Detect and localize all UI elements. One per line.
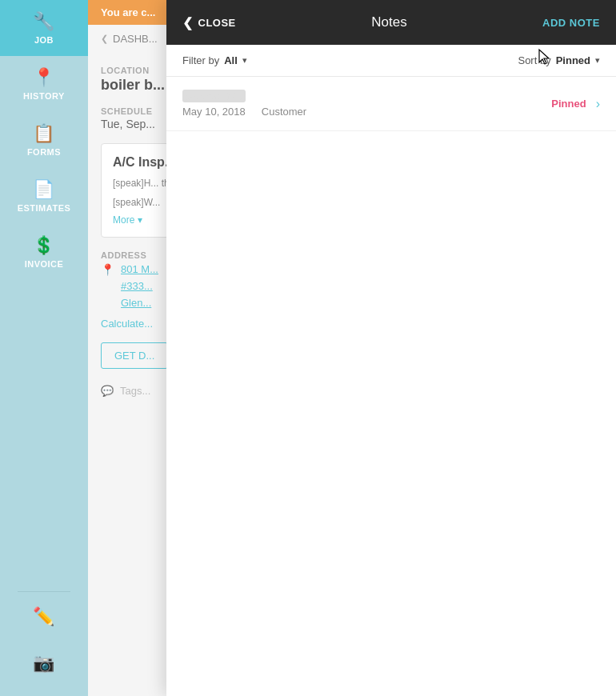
note-name: iPhone 320 (182, 90, 551, 102)
address-line3[interactable]: Glen... (121, 295, 158, 312)
sidebar-item-estimates[interactable]: 📄 ESTIMATES (0, 168, 88, 224)
notes-title: Notes (371, 14, 406, 30)
sidebar-item-job[interactable]: 🔧 JOB (0, 0, 88, 56)
sidebar-item-invoice[interactable]: 💲 INVOICE (0, 224, 88, 280)
note-pinned-badge: Pinned (551, 98, 586, 110)
sidebar-item-label: ESTIMATES (18, 203, 71, 213)
breadcrumb-label: DASHB... (113, 33, 158, 45)
notes-close-button[interactable]: ❮ CLOSE (182, 15, 236, 30)
sidebar-divider (18, 591, 70, 592)
notes-list: iPhone 320 May 10, 2018 Customer Pinned … (166, 77, 616, 696)
wrench-icon: 🔧 (33, 11, 55, 32)
sidebar-bottom: ✏️ 📷 (0, 588, 88, 696)
add-note-label: ADD NOTE (542, 17, 600, 29)
location-icon: 📍 (33, 67, 55, 88)
sidebar-item-edit[interactable]: ✏️ (0, 595, 88, 642)
filter-value: All (224, 54, 238, 66)
breadcrumb-chevron: ❮ (101, 34, 108, 44)
sidebar-item-label: HISTORY (23, 91, 65, 101)
sidebar-item-history[interactable]: 📍 HISTORY (0, 56, 88, 112)
forms-icon: 📋 (33, 123, 55, 144)
note-item-content: iPhone 320 May 10, 2018 Customer (182, 90, 551, 118)
sidebar-item-label: FORMS (27, 147, 61, 157)
note-author: Customer (262, 106, 306, 118)
estimates-icon: 📄 (33, 179, 55, 200)
invoice-icon: 💲 (33, 235, 55, 256)
address-line1[interactable]: 801 M... (121, 262, 158, 278)
note-item[interactable]: iPhone 320 May 10, 2018 Customer Pinned … (166, 77, 616, 131)
more-chevron-icon: ▾ (138, 214, 142, 226)
edit-icon: ✏️ (33, 606, 55, 627)
tags-label: Tags... (120, 385, 150, 397)
sidebar-item-camera[interactable]: 📷 (0, 642, 88, 688)
add-note-button[interactable]: ADD NOTE (542, 17, 600, 29)
map-pin-icon: 📍 (101, 263, 114, 276)
sidebar-item-forms[interactable]: 📋 FORMS (0, 112, 88, 168)
comment-icon: 💬 (101, 385, 114, 397)
get-directions-button[interactable]: GET D... (101, 342, 168, 369)
note-meta: May 10, 2018 Customer (182, 106, 551, 118)
sidebar-item-label: JOB (34, 35, 54, 45)
more-label: More (113, 214, 134, 226)
notes-filter-bar: Filter by All ▾ Sort by Pinned ▾ (166, 45, 616, 77)
sort-group[interactable]: Sort by Pinned ▾ (518, 54, 600, 66)
sidebar: 🔧 JOB 📍 HISTORY 📋 FORMS 📄 ESTIMATES 💲 IN… (0, 0, 88, 696)
sort-value: Pinned (556, 54, 590, 66)
calculate-label: Calculate... (101, 318, 153, 330)
note-chevron-icon: › (596, 97, 600, 111)
notes-header: ❮ CLOSE Notes ADD NOTE (166, 0, 616, 45)
filter-by-label: Filter by (182, 54, 219, 66)
filter-chevron-icon: ▾ (242, 55, 247, 66)
close-chevron-icon: ❮ (182, 15, 194, 30)
sort-chevron-icon: ▾ (595, 55, 600, 66)
camera-icon: 📷 (33, 653, 55, 674)
sort-by-label: Sort by (518, 54, 550, 66)
close-label: CLOSE (198, 17, 236, 29)
sidebar-item-label: INVOICE (25, 259, 64, 269)
banner-text: You are c... (101, 6, 155, 18)
notes-panel: ❮ CLOSE Notes ADD NOTE Filter by All ▾ S… (166, 0, 616, 696)
address-line2[interactable]: #333... (121, 278, 158, 295)
note-date: May 10, 2018 (182, 106, 246, 118)
filter-group[interactable]: Filter by All ▾ (182, 54, 247, 66)
